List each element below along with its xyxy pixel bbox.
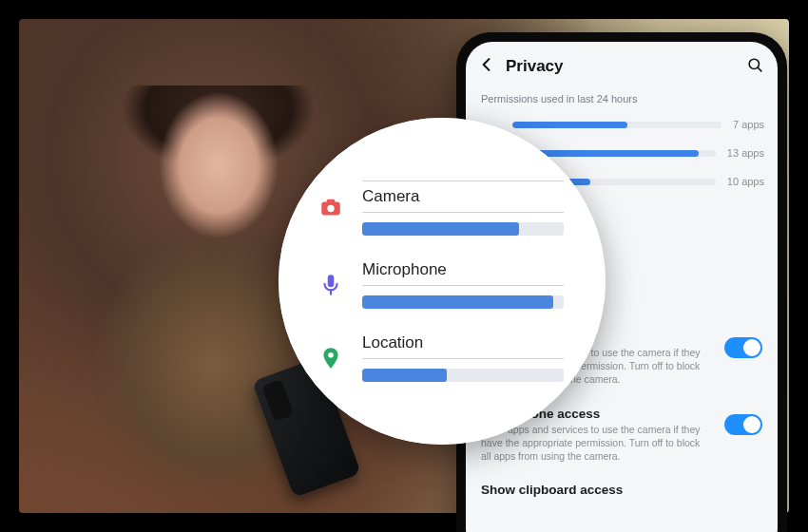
svg-rect-5: [328, 275, 335, 287]
magnifier-callout: Camera Microphone Location: [279, 118, 606, 445]
setting-description: Allow apps and services to use the camer…: [481, 423, 709, 464]
svg-rect-4: [327, 200, 336, 203]
magnifier-row-microphone: Microphone: [317, 260, 564, 309]
usage-bar: [362, 295, 564, 309]
page-title: Privacy: [506, 57, 564, 76]
permission-count: 7 apps: [733, 119, 764, 130]
permission-count: 13 apps: [727, 147, 764, 159]
toggle-switch[interactable]: [724, 337, 762, 358]
permissions-caption: Permissions used in last 24 hours: [466, 86, 778, 108]
svg-point-3: [327, 205, 334, 212]
magnifier-row-camera: Camera: [317, 180, 564, 236]
location-icon: [317, 346, 345, 370]
svg-point-7: [328, 352, 334, 357]
usage-bar: [362, 222, 564, 236]
back-icon[interactable]: [477, 55, 496, 78]
svg-line-1: [758, 67, 761, 71]
magnifier-label: Camera: [362, 180, 564, 213]
toggle-switch[interactable]: [724, 414, 762, 435]
magnifier-label: Microphone: [362, 260, 564, 286]
setting-clipboard-access[interactable]: Show clipboard access: [479, 472, 764, 506]
permission-count: 10 apps: [727, 176, 764, 187]
setting-title: Show clipboard access: [481, 483, 762, 497]
microphone-icon: [317, 273, 345, 297]
magnifier-label: Location: [362, 333, 564, 359]
search-icon[interactable]: [746, 56, 764, 78]
magnifier-row-location: Location: [317, 333, 564, 382]
camera-icon: [317, 196, 345, 220]
usage-bar: [362, 369, 564, 382]
app-bar: Privacy: [466, 42, 778, 86]
permission-usage-row[interactable]: 7 apps: [479, 110, 764, 139]
